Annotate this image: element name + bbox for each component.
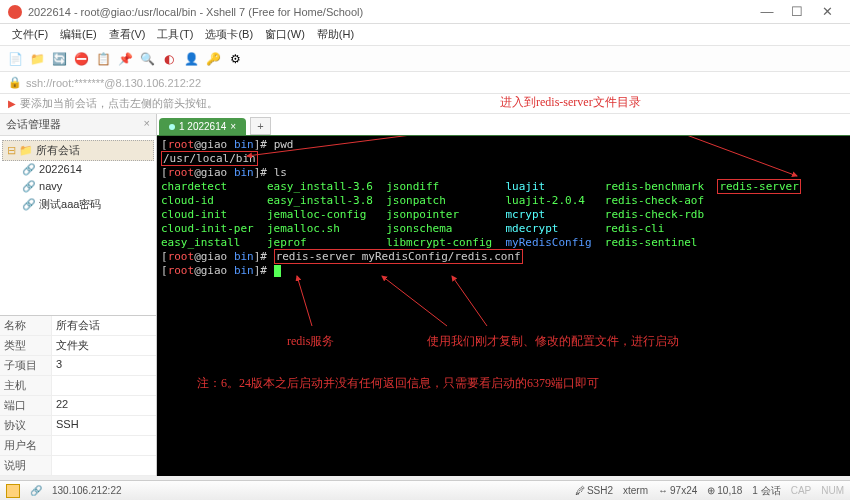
maximize-button[interactable]: ☐ [782,4,812,19]
hint-text: 要添加当前会话，点击左侧的箭头按钮。 [20,96,218,111]
session-icon: 🔗 [22,180,36,192]
reconnect-icon[interactable]: 🔄 [50,50,68,68]
prop-val [52,436,156,455]
lock-icon: 🔒 [8,76,22,89]
prop-val: 文件夹 [52,336,156,355]
redis-server-item: redis-server [717,179,800,194]
num-indicator: NUM [821,485,844,496]
status-dot-icon [169,124,175,130]
statusbar: 🔗 130.106.212:22 🖉 SSH2 xterm ↔ 97x24 ⊕ … [0,480,850,500]
caps-indicator: CAP [791,485,812,496]
status-ssh: 🖉 SSH2 [575,485,613,496]
new-tab-button[interactable]: + [250,117,270,135]
tab-session[interactable]: 1 2022614× [159,118,246,135]
session-icon: 🔗 [22,198,36,210]
address-text: ssh://root:*******@8.130.106.212:22 [26,77,201,89]
prop-val: 3 [52,356,156,375]
copy-icon[interactable]: 📋 [94,50,112,68]
close-button[interactable]: ✕ [812,4,842,19]
terminal-area: 1 2022614× + [root@giao bin]# pwd /usr/l… [157,114,850,476]
tree-item[interactable]: 🔗 navy [18,178,154,195]
prop-key: 用户名 [0,436,52,455]
prop-val: 所有会话 [52,316,156,335]
status-sessions: 1 会话 [752,484,780,498]
menu-window[interactable]: 窗口(W) [259,25,311,44]
menu-view[interactable]: 查看(V) [103,25,152,44]
tab-close-icon[interactable]: × [230,121,236,132]
prop-val [52,376,156,395]
key-icon[interactable]: 🔑 [204,50,222,68]
status-icon[interactable]: 🔗 [30,485,42,496]
menu-file[interactable]: 文件(F) [6,25,54,44]
prop-key: 类型 [0,336,52,355]
properties-grid: 名称所有会话 类型文件夹 子项目3 主机 端口22 协议SSH 用户名 说明 [0,315,156,476]
prop-val [52,456,156,475]
pwd-output: /usr/local/bin [161,151,258,166]
status-term: xterm [623,485,648,496]
new-session-icon[interactable]: 📄 [6,50,24,68]
tree-root[interactable]: ⊟ 📁 所有会话 [2,140,154,161]
prop-val: SSH [52,416,156,435]
flag-icon: ▶ [8,98,16,109]
status-icon[interactable] [6,484,20,498]
prop-key: 协议 [0,416,52,435]
open-icon[interactable]: 📁 [28,50,46,68]
svg-line-2 [297,276,312,326]
tree-item[interactable]: 🔗 测试aaa密码 [18,195,154,214]
start-command: redis-server myRedisConfig/redis.conf [274,249,523,264]
settings-icon[interactable]: ⚙ [226,50,244,68]
paste-icon[interactable]: 📌 [116,50,134,68]
svg-line-4 [452,276,487,326]
address-bar[interactable]: 🔒 ssh://root:*******@8.130.106.212:22 [0,72,850,94]
minimize-button[interactable]: — [752,4,782,19]
annotation-config: 使用我们刚才复制、修改的配置文件，进行启动 [427,334,679,348]
disconnect-icon[interactable]: ⛔ [72,50,90,68]
folder-icon: ⊟ 📁 [7,144,33,156]
menubar: 文件(F) 编辑(E) 查看(V) 工具(T) 选项卡(B) 窗口(W) 帮助(… [0,24,850,46]
prop-key: 名称 [0,316,52,335]
prop-key: 子项目 [0,356,52,375]
menu-help[interactable]: 帮助(H) [311,25,360,44]
menu-tools[interactable]: 工具(T) [151,25,199,44]
titlebar: 2022614 - root@giao:/usr/local/bin - Xsh… [0,0,850,24]
search-icon[interactable]: 🔍 [138,50,156,68]
status-size: ↔ 97x24 [658,485,697,496]
status-ip: 130.106.212:22 [52,485,122,496]
prop-key: 端口 [0,396,52,415]
session-tree: ⊟ 📁 所有会话 🔗 2022614 🔗 navy 🔗 测试aaa密码 [0,136,156,315]
panel-title: 会话管理器 [6,117,61,132]
user-icon[interactable]: 👤 [182,50,200,68]
window-title: 2022614 - root@giao:/usr/local/bin - Xsh… [28,6,752,18]
status-pos: ⊕ 10,18 [707,485,742,496]
menu-edit[interactable]: 编辑(E) [54,25,103,44]
panel-close-icon[interactable]: × [144,117,150,132]
app-logo-icon [8,5,22,19]
prop-key: 主机 [0,376,52,395]
toolbar: 📄 📁 🔄 ⛔ 📋 📌 🔍 ◐ 👤 🔑 ⚙ [0,46,850,72]
cursor [274,265,281,277]
annotation-service: redis服务 [287,334,334,348]
session-manager-panel: 会话管理器 × ⊟ 📁 所有会话 🔗 2022614 🔗 navy 🔗 测试aa… [0,114,157,476]
menu-tabs[interactable]: 选项卡(B) [199,25,259,44]
terminal[interactable]: [root@giao bin]# pwd /usr/local/bin [roo… [157,136,850,476]
prop-val: 22 [52,396,156,415]
hint-bar: ▶ 要添加当前会话，点击左侧的箭头按钮。 [0,94,850,114]
prop-key: 说明 [0,456,52,475]
session-icon: 🔗 [22,163,36,175]
panel-header: 会话管理器 × [0,114,156,136]
palette-icon[interactable]: ◐ [160,50,178,68]
tree-item[interactable]: 🔗 2022614 [18,161,154,178]
svg-line-3 [382,276,447,326]
terminal-tabs: 1 2022614× + [157,114,850,136]
annotation-note: 注：6。24版本之后启动并没有任何返回信息，只需要看启动的6379端口即可 [197,376,599,390]
